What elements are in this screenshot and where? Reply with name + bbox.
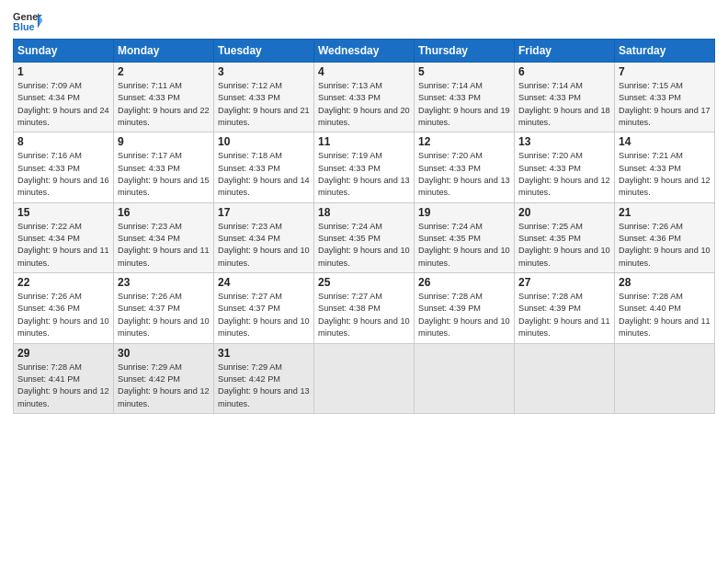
calendar-cell: 28 Sunrise: 7:28 AM Sunset: 4:40 PM Dayl… — [615, 273, 715, 343]
day-info: Sunrise: 7:14 AM Sunset: 4:33 PM Dayligh… — [418, 80, 510, 129]
day-info: Sunrise: 7:16 AM Sunset: 4:33 PM Dayligh… — [17, 150, 109, 199]
day-number: 29 — [17, 347, 109, 360]
day-info: Sunrise: 7:19 AM Sunset: 4:33 PM Dayligh… — [318, 150, 410, 199]
day-number: 22 — [17, 276, 109, 289]
day-number: 9 — [118, 135, 210, 148]
header: General Blue — [13, 9, 715, 33]
day-info: Sunrise: 7:24 AM Sunset: 4:35 PM Dayligh… — [318, 221, 410, 270]
calendar-cell: 21 Sunrise: 7:26 AM Sunset: 4:36 PM Dayl… — [615, 202, 715, 272]
day-info: Sunrise: 7:26 AM Sunset: 4:36 PM Dayligh… — [17, 291, 109, 339]
calendar-cell: 30 Sunrise: 7:29 AM Sunset: 4:42 PM Dayl… — [114, 343, 214, 413]
day-number: 20 — [518, 206, 610, 219]
day-info: Sunrise: 7:26 AM Sunset: 4:37 PM Dayligh… — [118, 291, 210, 339]
calendar-cell: 2 Sunrise: 7:11 AM Sunset: 4:33 PM Dayli… — [114, 63, 214, 132]
calendar-cell: 25 Sunrise: 7:27 AM Sunset: 4:38 PM Dayl… — [314, 273, 415, 343]
calendar-cell: 1 Sunrise: 7:09 AM Sunset: 4:34 PM Dayli… — [14, 63, 114, 132]
calendar-cell: 16 Sunrise: 7:23 AM Sunset: 4:34 PM Dayl… — [114, 202, 214, 272]
logo-icon: General Blue — [13, 9, 42, 33]
day-info: Sunrise: 7:26 AM Sunset: 4:36 PM Dayligh… — [619, 221, 711, 270]
day-number: 7 — [619, 65, 711, 78]
day-info: Sunrise: 7:21 AM Sunset: 4:33 PM Dayligh… — [619, 150, 711, 199]
calendar-cell: 20 Sunrise: 7:25 AM Sunset: 4:35 PM Dayl… — [515, 202, 615, 272]
calendar-cell: 7 Sunrise: 7:15 AM Sunset: 4:33 PM Dayli… — [615, 63, 715, 132]
weekday-header-monday: Monday — [114, 40, 214, 63]
calendar-cell: 15 Sunrise: 7:22 AM Sunset: 4:34 PM Dayl… — [14, 202, 114, 272]
calendar-cell: 10 Sunrise: 7:18 AM Sunset: 4:33 PM Dayl… — [214, 132, 314, 202]
day-number: 11 — [318, 135, 410, 148]
calendar-cell: 8 Sunrise: 7:16 AM Sunset: 4:33 PM Dayli… — [14, 132, 114, 202]
day-number: 19 — [418, 206, 510, 219]
calendar-cell — [515, 343, 615, 413]
day-info: Sunrise: 7:24 AM Sunset: 4:35 PM Dayligh… — [418, 221, 510, 270]
day-number: 31 — [218, 347, 310, 360]
day-info: Sunrise: 7:27 AM Sunset: 4:38 PM Dayligh… — [318, 291, 410, 339]
calendar-cell — [415, 343, 515, 413]
day-info: Sunrise: 7:12 AM Sunset: 4:33 PM Dayligh… — [218, 80, 310, 129]
calendar-cell: 27 Sunrise: 7:28 AM Sunset: 4:39 PM Dayl… — [515, 273, 615, 343]
day-number: 25 — [318, 276, 410, 289]
day-info: Sunrise: 7:13 AM Sunset: 4:33 PM Dayligh… — [318, 80, 410, 129]
day-number: 24 — [218, 276, 310, 289]
calendar-cell: 13 Sunrise: 7:20 AM Sunset: 4:33 PM Dayl… — [515, 132, 615, 202]
day-number: 8 — [17, 135, 109, 148]
calendar-cell: 31 Sunrise: 7:29 AM Sunset: 4:42 PM Dayl… — [214, 343, 314, 413]
day-info: Sunrise: 7:28 AM Sunset: 4:41 PM Dayligh… — [17, 362, 109, 410]
day-info: Sunrise: 7:28 AM Sunset: 4:39 PM Dayligh… — [518, 291, 610, 339]
day-number: 3 — [218, 65, 310, 78]
day-info: Sunrise: 7:27 AM Sunset: 4:37 PM Dayligh… — [218, 291, 310, 339]
calendar-cell: 11 Sunrise: 7:19 AM Sunset: 4:33 PM Dayl… — [314, 132, 415, 202]
calendar-cell: 18 Sunrise: 7:24 AM Sunset: 4:35 PM Dayl… — [314, 202, 415, 272]
calendar-table: SundayMondayTuesdayWednesdayThursdayFrid… — [13, 39, 715, 414]
calendar-cell: 3 Sunrise: 7:12 AM Sunset: 4:33 PM Dayli… — [214, 63, 314, 132]
day-number: 28 — [619, 276, 711, 289]
weekday-header-friday: Friday — [515, 40, 615, 63]
day-info: Sunrise: 7:23 AM Sunset: 4:34 PM Dayligh… — [218, 221, 310, 270]
calendar-cell: 6 Sunrise: 7:14 AM Sunset: 4:33 PM Dayli… — [515, 63, 615, 132]
day-info: Sunrise: 7:20 AM Sunset: 4:33 PM Dayligh… — [518, 150, 610, 199]
calendar-cell: 22 Sunrise: 7:26 AM Sunset: 4:36 PM Dayl… — [14, 273, 114, 343]
day-number: 15 — [17, 206, 109, 219]
day-number: 13 — [518, 135, 610, 148]
page-container: General Blue SundayMondayTuesdayWednesda… — [0, 0, 728, 419]
day-info: Sunrise: 7:29 AM Sunset: 4:42 PM Dayligh… — [218, 362, 310, 410]
day-info: Sunrise: 7:09 AM Sunset: 4:34 PM Dayligh… — [17, 80, 109, 129]
day-info: Sunrise: 7:22 AM Sunset: 4:34 PM Dayligh… — [17, 221, 109, 270]
day-info: Sunrise: 7:17 AM Sunset: 4:33 PM Dayligh… — [118, 150, 210, 199]
day-number: 27 — [518, 276, 610, 289]
svg-text:Blue: Blue — [13, 21, 35, 32]
calendar-cell: 12 Sunrise: 7:20 AM Sunset: 4:33 PM Dayl… — [415, 132, 515, 202]
day-number: 5 — [418, 65, 510, 78]
weekday-header-sunday: Sunday — [14, 40, 114, 63]
day-number: 23 — [118, 276, 210, 289]
day-number: 21 — [619, 206, 711, 219]
calendar-cell: 17 Sunrise: 7:23 AM Sunset: 4:34 PM Dayl… — [214, 202, 314, 272]
day-info: Sunrise: 7:28 AM Sunset: 4:40 PM Dayligh… — [619, 291, 711, 339]
day-number: 30 — [118, 347, 210, 360]
day-info: Sunrise: 7:28 AM Sunset: 4:39 PM Dayligh… — [418, 291, 510, 339]
day-number: 1 — [17, 65, 109, 78]
day-info: Sunrise: 7:23 AM Sunset: 4:34 PM Dayligh… — [118, 221, 210, 270]
day-number: 4 — [318, 65, 410, 78]
day-info: Sunrise: 7:20 AM Sunset: 4:33 PM Dayligh… — [418, 150, 510, 199]
calendar-cell: 9 Sunrise: 7:17 AM Sunset: 4:33 PM Dayli… — [114, 132, 214, 202]
day-number: 14 — [619, 135, 711, 148]
day-info: Sunrise: 7:11 AM Sunset: 4:33 PM Dayligh… — [118, 80, 210, 129]
calendar-cell: 19 Sunrise: 7:24 AM Sunset: 4:35 PM Dayl… — [415, 202, 515, 272]
calendar-cell — [615, 343, 715, 413]
calendar-cell: 23 Sunrise: 7:26 AM Sunset: 4:37 PM Dayl… — [114, 273, 214, 343]
weekday-header-wednesday: Wednesday — [314, 40, 415, 63]
calendar-cell: 29 Sunrise: 7:28 AM Sunset: 4:41 PM Dayl… — [14, 343, 114, 413]
calendar-cell: 4 Sunrise: 7:13 AM Sunset: 4:33 PM Dayli… — [314, 63, 415, 132]
weekday-header-tuesday: Tuesday — [214, 40, 314, 63]
day-number: 6 — [518, 65, 610, 78]
day-number: 18 — [318, 206, 410, 219]
calendar-cell — [314, 343, 415, 413]
day-info: Sunrise: 7:15 AM Sunset: 4:33 PM Dayligh… — [619, 80, 711, 129]
day-info: Sunrise: 7:18 AM Sunset: 4:33 PM Dayligh… — [218, 150, 310, 199]
day-number: 16 — [118, 206, 210, 219]
calendar-cell: 14 Sunrise: 7:21 AM Sunset: 4:33 PM Dayl… — [615, 132, 715, 202]
day-info: Sunrise: 7:14 AM Sunset: 4:33 PM Dayligh… — [518, 80, 610, 129]
day-info: Sunrise: 7:29 AM Sunset: 4:42 PM Dayligh… — [118, 362, 210, 410]
day-number: 17 — [218, 206, 310, 219]
calendar-cell: 5 Sunrise: 7:14 AM Sunset: 4:33 PM Dayli… — [415, 63, 515, 132]
